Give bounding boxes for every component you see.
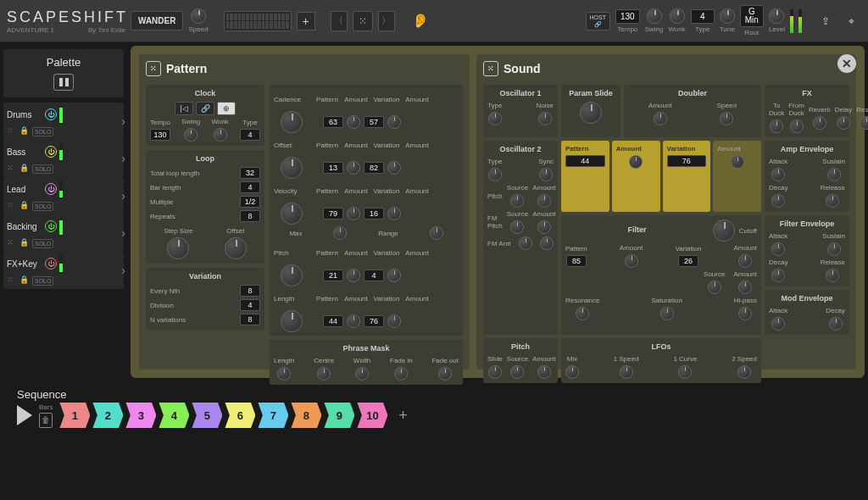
var-5[interactable]: 76 [364,315,384,327]
power-button[interactable]: ⏻ [45,146,57,158]
filter-amount-knob[interactable] [625,254,638,268]
fenv-decay-knob[interactable] [771,269,785,282]
track-lead[interactable]: Lead⏻⁙🔒SOLO› [3,177,124,214]
lfo-speed1-knob[interactable] [620,365,633,379]
fx-toduck-knob[interactable] [770,119,783,133]
solo-button[interactable]: SOLO [32,239,53,248]
filter-res-knob[interactable] [576,307,589,320]
param-slide-knob[interactable] [580,102,602,124]
dice-icon[interactable]: ⁙ [7,238,17,248]
amt-3[interactable] [347,207,360,220]
lfo-curve1-knob[interactable] [678,365,692,379]
tempo-value[interactable]: 130 [615,9,640,24]
lock-icon[interactable]: 🔒 [19,201,30,211]
power-button[interactable]: ⏻ [45,258,57,269]
loop-multiple[interactable]: 1/2 [240,196,260,208]
lock-icon[interactable]: 🔒 [19,164,30,174]
track-bass[interactable]: Bass⏻⁙🔒SOLO› [3,140,124,177]
phrase-fadeout-knob[interactable] [438,367,452,381]
wander-button[interactable]: WANDER [131,11,183,31]
cadence-knob[interactable] [281,111,303,133]
clock-type[interactable]: 4 [240,129,260,141]
clock-global-button[interactable]: ⊕ [217,102,236,115]
amp-sustain-knob[interactable] [827,168,841,181]
pat-4[interactable]: 21 [323,269,343,281]
lock-icon[interactable]: 🔒 [19,238,30,248]
filter-var[interactable]: 26 [678,255,698,267]
phrase-centre-knob[interactable] [317,367,331,381]
power-button[interactable]: ⏻ [45,220,57,232]
expand-icon[interactable]: › [121,264,125,277]
pat-5[interactable]: 44 [323,315,343,327]
osc2-pitch-src-knob[interactable] [510,194,524,208]
osc1-noise-knob[interactable] [538,112,552,125]
length-knob[interactable] [281,310,303,332]
dice-button[interactable]: ⁙ [353,11,373,31]
amt-4[interactable] [347,269,360,282]
solo-button[interactable]: SOLO [32,276,53,286]
lfo-speed2-knob[interactable] [737,365,751,379]
var-division[interactable]: 4 [240,299,260,311]
filter-hp-knob[interactable] [738,307,752,320]
speed-knob[interactable] [191,8,206,24]
add-sequence-step-button[interactable]: + [394,407,411,424]
hl-amount-knob[interactable] [629,155,643,169]
vamt-3[interactable] [387,207,401,220]
track-backing[interactable]: Backing⏻⁙🔒SOLO› [3,214,124,252]
seq-step-8[interactable]: 8 [291,403,321,428]
vamt-2[interactable] [387,161,401,175]
vamt-1[interactable] [387,115,401,129]
amt-1[interactable] [347,115,360,129]
clock-tempo[interactable]: 130 [150,129,170,141]
dice-icon[interactable]: ⁙ [7,201,17,211]
amp-decay-knob[interactable] [771,194,785,208]
add-step-button[interactable]: + [297,12,315,31]
phrase-length-knob[interactable] [277,367,291,381]
menv-decay-knob[interactable] [829,317,843,331]
ear-icon[interactable]: 👂 [410,11,431,31]
osc2-fmpitch-src-knob[interactable] [510,220,524,234]
pitch-knob[interactable] [281,264,303,286]
level-knob[interactable] [769,8,784,24]
solo-button[interactable]: SOLO [32,202,53,211]
loop-bar-length[interactable]: 4 [240,181,260,193]
hl-var-val[interactable]: 76 [667,155,707,167]
seq-step-1[interactable]: 1 [59,403,90,428]
fx-reson-knob[interactable] [860,116,868,130]
next-button[interactable]: 〉 [378,11,395,31]
dice-icon[interactable]: ⁙ [7,275,17,286]
fx-reverb-knob[interactable] [813,116,826,130]
expand-icon[interactable]: › [121,114,125,128]
var-4[interactable]: 4 [364,269,384,281]
velocity-knob[interactable] [281,203,303,225]
clock-reset-button[interactable]: |◁ [175,102,193,115]
dice-icon[interactable]: ⁙ [7,164,17,174]
clock-swing-knob[interactable] [184,128,198,142]
lock-icon[interactable]: 🔒 [19,126,30,136]
export-icon[interactable]: ⇪ [815,11,836,31]
phrase-fadein-knob[interactable] [394,367,408,381]
vamt-5[interactable] [387,314,401,328]
offset2-knob[interactable] [281,157,303,179]
osc2-fmamt-src-knob[interactable] [519,236,532,250]
fenv-sustain-knob[interactable] [827,242,841,256]
hl-amount2-knob[interactable] [731,155,744,169]
seq-step-10[interactable]: 10 [357,403,387,428]
swing-knob[interactable] [647,8,662,24]
pitch-amt-knob[interactable] [537,365,551,379]
filter-cutoff-knob[interactable] [713,219,735,242]
delete-button[interactable]: 🗑 [39,413,53,428]
range-knob[interactable] [430,226,443,240]
pitch-slide-knob[interactable] [488,365,502,379]
filter-pattern[interactable]: 85 [566,255,587,267]
max-knob[interactable] [333,226,347,240]
pat-2[interactable]: 13 [323,162,343,174]
doubler-speed-knob[interactable] [720,112,733,125]
sound-dice-icon[interactable]: ⁙ [483,61,498,76]
host-sync[interactable]: HOST🔗 [586,12,610,31]
expand-icon[interactable]: › [121,152,125,165]
filter-amount2-knob[interactable] [738,254,752,268]
track-fx+key[interactable]: FX+Key⏻⁙🔒SOLO› [3,252,124,289]
clock-link-button[interactable]: 🔗 [196,102,214,115]
dice-icon[interactable]: ⁙ [7,126,17,136]
